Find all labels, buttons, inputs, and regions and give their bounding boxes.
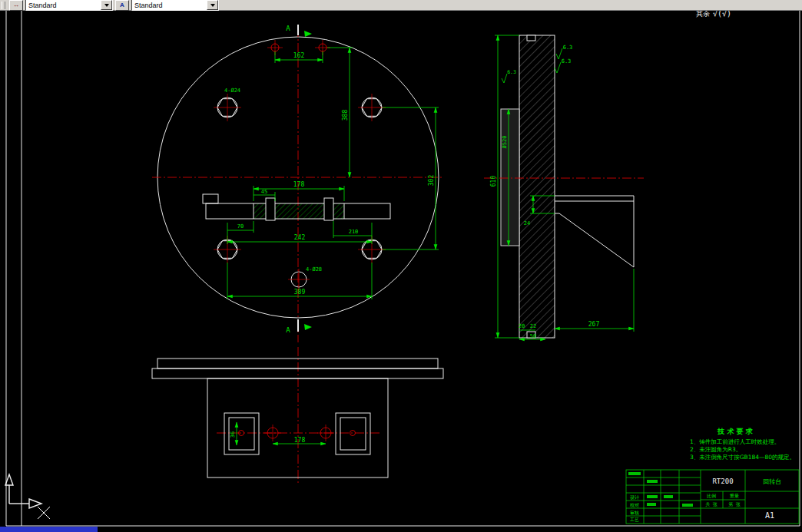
dim-178-bottom: 178 xyxy=(294,437,306,444)
top-view: 162 178 45 70 210 242 389 388 302 4-Ø24 … xyxy=(152,25,444,342)
dim-dia520: Ø520 xyxy=(502,136,508,149)
dim-style-value: Standard xyxy=(26,2,101,9)
dim-22: 22 xyxy=(530,323,536,329)
dim-267: 267 xyxy=(588,321,600,328)
toolbar-grip[interactable] xyxy=(2,2,5,9)
chevron-down-icon xyxy=(210,4,215,7)
dim-178: 178 xyxy=(293,181,305,188)
tech-note-2: 2、未注圆角为R3。 xyxy=(690,446,741,453)
dim-20: 20 xyxy=(519,323,525,329)
row-design: 设计 xyxy=(630,494,639,500)
cad-application-window: ↔ Standard A Standard xyxy=(0,0,802,532)
dim-388: 388 xyxy=(342,110,349,121)
dim-302: 302 xyxy=(428,175,435,187)
dim-50: 50 xyxy=(530,333,536,339)
roughness-a: 6.3 xyxy=(563,45,573,51)
technical-requirements: 技 术 要 求 1、铸件加工前进行人工时效处理。 2、未注圆角为R3。 3、未注… xyxy=(690,428,795,461)
text-style-dropdown-button[interactable] xyxy=(207,0,218,10)
dim-389: 389 xyxy=(294,289,306,296)
text-style-icon[interactable]: A xyxy=(115,0,129,11)
dim-style-dropdown-button[interactable] xyxy=(101,0,112,10)
table-disc xyxy=(501,109,519,246)
dim-210: 210 xyxy=(349,229,359,235)
tech-note-3: 3、未注倒角尺寸按GB184—80的规定。 xyxy=(690,454,795,461)
center-hole-label: 4-Ø28 xyxy=(306,266,322,273)
roughness-note-text: 其余 xyxy=(696,10,710,18)
sheet-border xyxy=(6,11,800,526)
styles-toolbar: ↔ Standard A Standard xyxy=(0,0,802,11)
clamp-plate-section xyxy=(203,194,390,220)
text-icon: A xyxy=(120,2,124,8)
bolt-hole-label: 4-Ø24 xyxy=(224,88,240,94)
top-view-dim-labels: 162 178 45 70 210 242 389 388 302 4-Ø24 … xyxy=(224,52,435,296)
bracket xyxy=(555,196,634,267)
section-label-top: A xyxy=(286,25,290,32)
bottom-view: 178 36 xyxy=(152,347,443,484)
row-check: 校对 xyxy=(629,502,639,507)
scale-label: 比例 xyxy=(707,493,716,499)
dim-162: 162 xyxy=(293,52,305,59)
sheet-size: A1 xyxy=(765,511,774,520)
drawing-canvas[interactable]: 其余 √(√) xyxy=(0,0,802,532)
roughness-c: 6.3 xyxy=(507,69,516,75)
dim-610: 610 xyxy=(490,176,497,187)
side-view: 610 Ø520 24 20 22 50 267 6.3 6.3 6.3 xyxy=(484,35,644,339)
text-style-combo[interactable]: Standard xyxy=(131,0,219,11)
dim-style-icon[interactable]: ↔ xyxy=(9,0,23,11)
sheets-label: 共 张 xyxy=(705,501,717,507)
row-audit: 审核 xyxy=(630,510,639,515)
section-label-bottom: A xyxy=(286,326,290,334)
dim-24: 24 xyxy=(524,220,530,226)
tech-notes-title: 技 术 要 求 xyxy=(717,428,753,435)
ucs-icon xyxy=(5,474,41,508)
drawing-number: RT200 xyxy=(712,477,733,485)
dim-70: 70 xyxy=(237,223,244,230)
tech-note-1: 1、铸件加工前进行人工时效处理。 xyxy=(690,438,780,445)
bottom-blue-strip xyxy=(0,527,98,532)
top-view-dimensions xyxy=(227,48,439,299)
text-style-value: Standard xyxy=(132,2,207,9)
dim-45: 45 xyxy=(261,189,267,195)
title-block: RT200 回转台 A1 比例 重量 共 张 第 张 设计 校对 审核 工艺 xyxy=(626,470,799,524)
roughness-b: 6.3 xyxy=(562,58,572,64)
dim-242: 242 xyxy=(294,234,306,241)
row-process: 工艺 xyxy=(630,517,639,522)
base-body xyxy=(152,359,443,477)
dimension-icon: ↔ xyxy=(13,2,19,8)
page-label: 第 张 xyxy=(728,501,741,507)
crosshair-cursor[interactable] xyxy=(38,507,50,519)
dim-36: 36 xyxy=(230,431,236,438)
dim-style-combo[interactable]: Standard xyxy=(25,0,113,11)
part-name: 回转台 xyxy=(763,478,781,485)
bottom-view-dimensions xyxy=(237,422,326,445)
weight-label: 重量 xyxy=(729,493,739,498)
column-body xyxy=(519,35,555,338)
chevron-down-icon xyxy=(104,4,109,7)
